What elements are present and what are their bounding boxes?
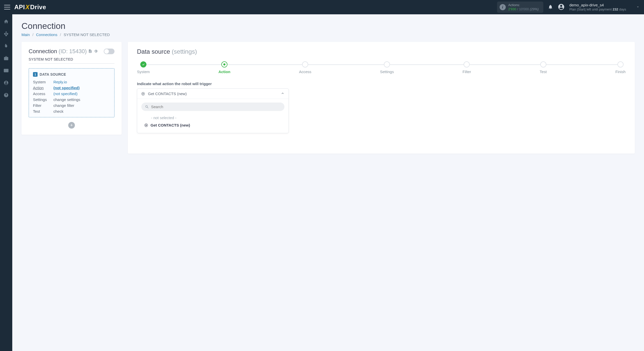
breadcrumb-current: SYSTEM NOT SELECTED (64, 32, 110, 37)
chevron-down-icon[interactable] (636, 5, 640, 10)
system-not-selected-label: SYSTEM NOT SELECTED (29, 57, 114, 64)
step-finish[interactable]: Finish (615, 61, 626, 74)
data-source-box: 1 DATA SOURCE System Reply.io Action (no… (29, 68, 114, 117)
menu-toggle[interactable] (4, 5, 10, 9)
sidebar-item-briefcase[interactable] (3, 55, 9, 61)
logo-x: X (26, 4, 30, 11)
data-source-title: DATA SOURCE (40, 72, 66, 76)
row-test-value[interactable]: check (53, 109, 110, 114)
svg-rect-0 (6, 32, 6, 32)
step-settings[interactable]: Settings (380, 61, 394, 74)
play-icon (141, 92, 145, 96)
step-test[interactable]: Test (540, 61, 547, 74)
step-action[interactable]: Action (218, 61, 231, 74)
row-action-key: Action (33, 86, 53, 90)
svg-rect-3 (6, 33, 6, 34)
row-settings-key: Settings (33, 97, 53, 102)
row-access-key: Access (33, 92, 53, 96)
chevron-up-icon (281, 92, 284, 96)
user-plan: Plan |Start| left until payment 232 days (569, 7, 626, 12)
document-icon[interactable] (88, 49, 92, 54)
connection-title: Connection (29, 48, 57, 55)
option-not-selected[interactable]: - not selected - (141, 114, 284, 121)
sidebar-item-account[interactable] (3, 80, 9, 86)
add-button[interactable]: + (68, 122, 75, 129)
svg-rect-2 (7, 33, 8, 34)
data-source-badge: 1 (33, 72, 38, 77)
instruction-text: Indicate what action the robot will trig… (137, 82, 626, 86)
svg-rect-1 (4, 33, 5, 34)
search-icon (145, 105, 149, 109)
logo-right: Drive (30, 4, 46, 11)
user-info[interactable]: demo_apix-drive_s4 Plan |Start| left unt… (569, 3, 626, 12)
connection-toggle[interactable] (104, 49, 114, 54)
data-source-settings-card: Data source (settings) System Action Acc… (128, 42, 635, 154)
user-name: demo_apix-drive_s4 (569, 3, 626, 7)
sidebar-item-home[interactable] (3, 18, 9, 25)
action-select-head[interactable]: Get CONTACTS (new) (137, 89, 289, 99)
row-settings-value[interactable]: change settings (53, 97, 110, 102)
actions-max: / 10'000 (516, 7, 529, 11)
sidebar: $ (0, 14, 12, 351)
logo[interactable]: API X Drive (14, 4, 46, 11)
step-filter[interactable]: Filter (463, 61, 471, 74)
row-system-value[interactable]: Reply.io (53, 80, 110, 84)
breadcrumb: Main / Connections / SYSTEM NOT SELECTED (21, 32, 635, 37)
row-test-key: Test (33, 109, 53, 114)
connection-id: (ID: 15430) (59, 48, 87, 55)
data-source-heading: Data source (settings) (137, 48, 626, 55)
row-filter-value[interactable]: change filter (53, 103, 110, 108)
user-avatar-icon[interactable] (558, 3, 565, 11)
actions-current: 2'930 (508, 7, 516, 11)
svg-text:$: $ (5, 44, 7, 48)
row-access-value[interactable]: (not specified) (53, 92, 110, 96)
action-search-box (141, 103, 284, 111)
row-system-key: System (33, 80, 53, 84)
page-title: Connection (21, 21, 635, 31)
actions-label: Actions: (508, 3, 539, 7)
action-select-value: Get CONTACTS (new) (148, 92, 187, 96)
action-search-input[interactable] (151, 105, 281, 109)
connection-summary-card: Connection (ID: 15430) SYSTEM NOT SELECT… (21, 42, 122, 135)
breadcrumb-main[interactable]: Main (21, 32, 30, 37)
sidebar-item-video[interactable] (3, 67, 9, 74)
sidebar-item-help[interactable] (3, 92, 9, 98)
actions-percent: (29%) (530, 7, 539, 11)
action-select: Get CONTACTS (new) - not selected - Get … (137, 88, 289, 133)
step-system[interactable]: System (137, 61, 150, 74)
gear-icon[interactable] (94, 49, 98, 54)
row-filter-key: Filter (33, 103, 53, 108)
breadcrumb-connections[interactable]: Connections (36, 32, 57, 37)
info-icon: i (500, 4, 506, 10)
option-get-contacts[interactable]: Get CONTACTS (new) (141, 121, 284, 129)
logo-left: API (14, 4, 25, 11)
step-access[interactable]: Access (299, 61, 311, 74)
row-action-value[interactable]: (not specified) (53, 86, 110, 90)
play-icon (144, 123, 148, 127)
sidebar-item-billing[interactable]: $ (3, 43, 9, 49)
notifications-icon[interactable] (548, 4, 553, 10)
sidebar-item-connections[interactable] (3, 31, 9, 37)
actions-counter[interactable]: i Actions: 2'930 / 10'000 (29%) (497, 2, 543, 13)
steps-indicator: System Action Access Settings (137, 61, 626, 74)
